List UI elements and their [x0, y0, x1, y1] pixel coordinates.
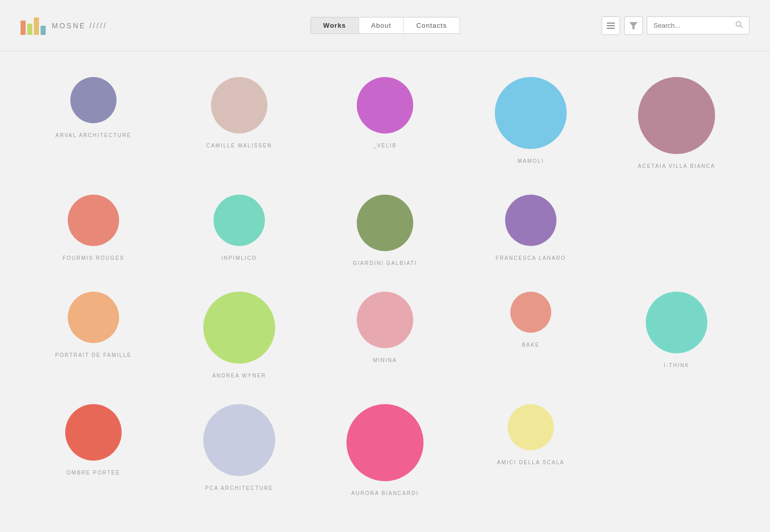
project-label: CAMILLE MALISSEN	[206, 143, 272, 148]
project-label: BAKE	[522, 342, 540, 348]
project-label: PORTRAIT DE FAMILLE	[55, 352, 132, 358]
grid-item[interactable]: GIARDINI GALBIATI	[312, 179, 458, 276]
project-circle	[508, 404, 554, 450]
project-circle	[346, 404, 424, 481]
grid-item[interactable]: MAMOLI	[458, 62, 604, 179]
grid-item[interactable]: AURORA BIANCARDI	[312, 389, 458, 506]
project-label: ARVAL ARCHITECTURE	[55, 132, 131, 138]
project-label: MININA	[373, 357, 397, 363]
circle-wrapper	[203, 292, 275, 364]
project-label: ACETAIA VILLA BIANCA	[638, 163, 716, 169]
project-circle	[495, 77, 567, 149]
circle-wrapper	[508, 404, 554, 450]
grid-item[interactable]: FOURMIS ROUGES	[21, 179, 166, 276]
logo-bar	[34, 17, 39, 35]
grid-item[interactable]: FRANCESCA LANARO	[458, 179, 604, 276]
search-input[interactable]	[647, 17, 729, 33]
project-circle	[214, 195, 265, 246]
grid-item[interactable]: AMICI DELLA SCALA	[458, 389, 604, 506]
project-circle	[510, 292, 551, 333]
filter-button[interactable]	[624, 16, 643, 35]
circle-wrapper	[505, 195, 556, 246]
project-circle	[357, 195, 413, 251]
project-circle	[211, 77, 267, 134]
logo-title: MOSNE /////	[52, 22, 107, 30]
project-circle	[68, 292, 119, 343]
project-circle	[65, 404, 122, 461]
works-grid: ARVAL ARCHITECTURECAMILLE MALISSEN_VELIB…	[21, 62, 749, 506]
nav-item-about[interactable]: About	[359, 17, 404, 34]
circle-wrapper	[70, 77, 117, 123]
grid-item[interactable]: PORTRAIT DE FAMILLE	[21, 276, 166, 389]
grid-item	[604, 179, 749, 276]
logo-bar	[27, 24, 32, 35]
grid-item[interactable]: ANDREA WYNER	[166, 276, 312, 389]
project-label: GIARDINI GALBIATI	[353, 260, 417, 266]
circle-wrapper	[65, 404, 122, 461]
grid-item[interactable]: _VELIB	[312, 62, 458, 179]
svg-line-2	[740, 26, 742, 28]
project-circle	[357, 77, 413, 134]
circle-wrapper	[68, 195, 119, 246]
project-label: _VELIB	[373, 143, 397, 148]
logo-bar	[21, 21, 26, 35]
project-label: PCA ARCHITECTURE	[205, 485, 274, 491]
nav-item-contacts[interactable]: Contacts	[404, 17, 459, 34]
project-label: AMICI DELLA SCALA	[497, 460, 564, 465]
circle-wrapper	[357, 77, 413, 134]
grid-item[interactable]: CAMILLE MALISSEN	[166, 62, 312, 179]
project-circle	[646, 292, 707, 353]
project-circle	[70, 77, 117, 123]
project-label: OMBRE PORTÉE	[67, 470, 120, 476]
project-circle	[357, 292, 413, 348]
grid-item	[604, 389, 749, 506]
circle-wrapper	[646, 292, 707, 353]
project-label: FRANCESCA LANARO	[495, 255, 566, 261]
grid-item[interactable]: I-THINK	[604, 276, 749, 389]
search-wrapper	[647, 16, 749, 34]
grid-item[interactable]: PCA ARCHITECTURE	[166, 389, 312, 506]
project-label: AURORA BIANCARDI	[351, 490, 418, 496]
grid-item[interactable]: ACETAIA VILLA BIANCA	[604, 62, 749, 179]
project-label: ANDREA WYNER	[212, 373, 266, 378]
main-content: ARVAL ARCHITECTURECAMILLE MALISSEN_VELIB…	[0, 51, 770, 527]
nav-item-works[interactable]: Works	[311, 17, 359, 34]
grid-item[interactable]: ARVAL ARCHITECTURE	[21, 62, 166, 179]
main-nav: WorksAboutContacts	[311, 17, 460, 34]
circle-wrapper	[638, 77, 715, 154]
circle-wrapper	[346, 404, 424, 481]
circle-wrapper	[211, 77, 267, 134]
project-label: INPIMLICO	[221, 255, 257, 261]
circle-wrapper	[495, 77, 567, 149]
circle-wrapper	[203, 404, 275, 476]
project-circle	[638, 77, 715, 154]
circle-wrapper	[357, 292, 413, 348]
circle-wrapper	[510, 292, 551, 333]
logo-bar	[41, 26, 46, 35]
circle-wrapper	[68, 292, 119, 343]
project-circle	[203, 404, 275, 476]
project-label: I-THINK	[664, 363, 689, 368]
search-icon	[736, 21, 743, 28]
project-label: MAMOLI	[517, 158, 544, 164]
project-circle	[68, 195, 119, 246]
menu-button[interactable]	[602, 16, 620, 35]
logo-area: MOSNE /////	[21, 16, 107, 35]
filter-icon	[629, 22, 638, 29]
grid-item[interactable]: BAKE	[458, 276, 604, 389]
header: MOSNE ///// WorksAboutContacts	[0, 0, 770, 51]
project-circle	[505, 195, 556, 246]
search-button[interactable]	[729, 17, 749, 34]
header-right	[602, 16, 749, 35]
hamburger-icon	[607, 23, 615, 29]
grid-item[interactable]: INPIMLICO	[166, 179, 312, 276]
circle-wrapper	[357, 195, 413, 251]
project-circle	[203, 292, 275, 364]
circle-wrapper	[214, 195, 265, 246]
project-label: FOURMIS ROUGES	[63, 255, 124, 261]
svg-marker-0	[629, 22, 638, 29]
grid-item[interactable]: MININA	[312, 276, 458, 389]
grid-item[interactable]: OMBRE PORTÉE	[21, 389, 166, 506]
logo-icon	[21, 16, 46, 35]
